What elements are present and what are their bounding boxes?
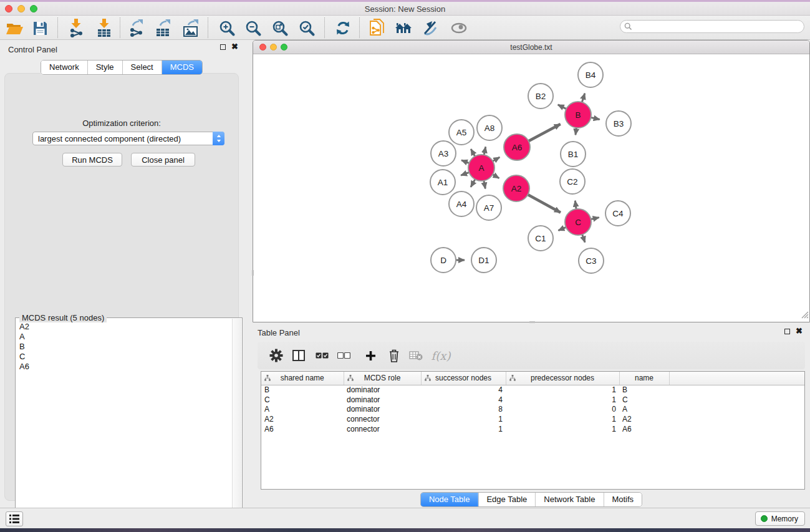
mcds-result-item[interactable]: A	[17, 332, 231, 342]
tab-motifs[interactable]: Motifs	[603, 493, 642, 506]
graph-edge-A-A2[interactable]	[493, 175, 499, 178]
save-session-icon[interactable]	[30, 18, 50, 38]
graph-edge-C-C4[interactable]	[591, 218, 599, 220]
graph-edge-B-B1[interactable]	[576, 128, 577, 135]
float-panel-icon[interactable]	[220, 44, 226, 50]
graph-node-label-C3: C3	[586, 256, 596, 266]
home-pages-icon[interactable]	[393, 18, 413, 38]
graph-edge-A-A3[interactable]	[461, 160, 469, 163]
mcds-result-item[interactable]: C	[17, 352, 231, 362]
memory-button[interactable]: Memory	[755, 511, 805, 526]
node-table[interactable]: shared nameMCDS rolesuccessor nodesprede…	[261, 371, 805, 490]
tab-select[interactable]: Select	[122, 60, 162, 74]
close-panel-icon[interactable]: ✖	[796, 328, 803, 334]
export-table-icon[interactable]	[153, 18, 173, 38]
zoom-out-icon[interactable]	[243, 18, 263, 38]
close-panel-button[interactable]: Close panel	[131, 153, 195, 167]
list-icon	[9, 515, 19, 523]
search-field[interactable]	[620, 20, 804, 33]
cell-successor_nodes: 1	[421, 414, 506, 424]
graph-edge-A-A4[interactable]	[471, 179, 475, 187]
float-panel-icon[interactable]	[784, 329, 790, 334]
table-panel-tabs: Node TableEdge TableNetwork TableMotifs	[420, 492, 642, 507]
graph-edge-C-C1[interactable]	[558, 227, 566, 230]
resize-grip-icon[interactable]	[801, 310, 809, 321]
tab-network[interactable]: Network	[41, 60, 87, 74]
table-row[interactable]: A6connector11A6	[261, 424, 804, 434]
cell-shared_name: C	[261, 395, 344, 405]
close-panel-icon[interactable]: ✖	[231, 44, 238, 50]
column-header-predecessor_nodes[interactable]: predecessor nodes	[506, 372, 619, 385]
zoom-fit-icon[interactable]	[270, 18, 290, 38]
tab-style[interactable]: Style	[87, 60, 122, 74]
column-type-icon	[347, 375, 354, 381]
tab-mcds[interactable]: MCDS	[162, 60, 202, 74]
deselect-all-icon[interactable]	[334, 346, 354, 365]
add-column-icon[interactable]	[360, 346, 380, 365]
refresh-icon[interactable]	[333, 18, 353, 38]
gear-icon[interactable]	[266, 346, 286, 365]
graph-edge-A2-C[interactable]	[528, 195, 561, 213]
graph-node-label-B3: B3	[614, 119, 624, 128]
graph-edge-C-C2[interactable]	[575, 201, 576, 210]
network-window-titlebar[interactable]: testGlobe.txt	[253, 41, 809, 54]
graph-edge-B-B4[interactable]	[582, 94, 585, 102]
splitter-tick[interactable]	[252, 270, 254, 276]
cell-shared_name: A2	[261, 414, 344, 424]
function-builder-icon[interactable]: f(x)	[431, 346, 451, 365]
splitter-tick[interactable]	[529, 321, 535, 323]
run-mcds-button[interactable]: Run MCDS	[62, 153, 122, 167]
column-type-icon	[264, 375, 271, 381]
control-panel-title: Control Panel	[8, 45, 57, 54]
zoom-selected-icon[interactable]	[297, 18, 317, 38]
show-annotations-eye-icon[interactable]	[449, 18, 469, 38]
import-table-icon[interactable]	[94, 18, 114, 38]
import-network-icon[interactable]	[66, 18, 86, 38]
graph-node-label-A: A	[478, 163, 484, 173]
table-row[interactable]: Bdominator41B	[261, 385, 804, 395]
select-all-icon[interactable]	[312, 346, 332, 365]
open-folder-icon[interactable]	[4, 18, 24, 38]
mcds-result-item[interactable]: B	[17, 342, 231, 352]
delete-column-icon[interactable]	[384, 346, 404, 365]
cell-mcds_role: dominator	[344, 405, 421, 415]
tab-network-table[interactable]: Network Table	[535, 493, 603, 506]
graph-edge-A-A8[interactable]	[484, 147, 486, 155]
network-window-title: testGlobe.txt	[253, 43, 809, 52]
column-header-shared_name[interactable]: shared name	[261, 372, 344, 385]
toolbar-separator	[324, 17, 325, 38]
table-row[interactable]: Adominator80A	[261, 405, 804, 415]
graph-edge-A-A1[interactable]	[461, 172, 469, 175]
mcds-result-item[interactable]: A6	[17, 362, 231, 372]
session-title: Session: New Session	[0, 4, 810, 14]
tab-node-table[interactable]: Node Table	[421, 493, 478, 506]
column-header-mcds_role[interactable]: MCDS role	[344, 372, 421, 385]
export-image-icon[interactable]	[181, 18, 201, 38]
tab-edge-table[interactable]: Edge Table	[478, 493, 535, 506]
graph-edge-A-A7[interactable]	[484, 181, 485, 189]
graph-edge-B-B2[interactable]	[558, 105, 567, 109]
criterion-select[interactable]: largest connected component (directed)	[32, 132, 224, 145]
graph-edge-A6-B[interactable]	[529, 124, 561, 141]
graph-edge-A-A6[interactable]	[493, 157, 499, 162]
search-input[interactable]	[632, 21, 804, 32]
cell-mcds_role: dominator	[344, 385, 421, 395]
column-header-name[interactable]: name	[619, 372, 669, 385]
mcds-result-item[interactable]: A2	[17, 322, 231, 332]
delete-table-icon[interactable]	[406, 346, 426, 365]
network-from-file-icon[interactable]	[367, 18, 387, 38]
graph-edge-B-B3[interactable]	[591, 117, 600, 119]
column-header-successor_nodes[interactable]: successor nodes	[421, 372, 506, 385]
export-network-icon[interactable]	[127, 18, 147, 38]
zoom-in-icon[interactable]	[217, 18, 237, 38]
mcds-list-scrollbar[interactable]	[232, 319, 241, 527]
show-columns-icon[interactable]	[289, 346, 309, 365]
graph-edge-C-C3[interactable]	[582, 235, 585, 243]
column-type-icon	[509, 375, 516, 381]
table-row[interactable]: A2connector11A2	[261, 414, 804, 424]
hide-graphics-details-icon[interactable]	[420, 18, 440, 38]
table-row[interactable]: Cdominator41C	[261, 395, 804, 405]
network-canvas[interactable]: B4B2BB3A8A5A6A3B1AA1C2A2A4A7C4CC1C3DD1	[253, 54, 809, 322]
task-history-button[interactable]	[6, 511, 23, 526]
graph-edge-A-A5[interactable]	[471, 149, 475, 157]
